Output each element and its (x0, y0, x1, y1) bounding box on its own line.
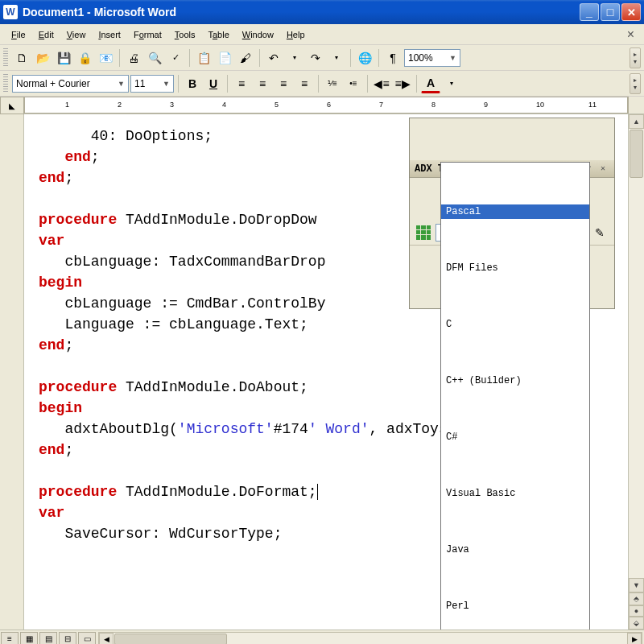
menu-edit[interactable]: Edit (32, 27, 60, 42)
ruler-mark: 2 (118, 101, 122, 109)
style-combo[interactable]: Normal + Courier ▼ (12, 75, 129, 93)
adx-toys-panel: ADX Toys 2 ▼ ✕ Pascal ▼ ✓ ✎ Pascal DFM F… (409, 118, 615, 309)
increase-indent-icon[interactable]: ≡▶ (393, 74, 412, 93)
zoom-combo[interactable]: 100% ▼ (404, 49, 460, 67)
close-button[interactable]: ✕ (621, 3, 641, 21)
new-doc-icon[interactable]: 🗋 (12, 48, 31, 68)
outline-view-icon[interactable]: ⊟ (59, 632, 76, 645)
menu-table[interactable]: Table (201, 27, 235, 42)
redo-dropdown[interactable]: ▾ (327, 48, 346, 68)
adx-option-cpp[interactable]: C++ (Builder) (441, 374, 589, 388)
scroll-track[interactable] (629, 129, 644, 578)
selection-margin[interactable] (0, 114, 24, 630)
print-icon[interactable]: 🖨 (124, 48, 143, 68)
chevron-down-icon: ▼ (446, 54, 456, 62)
horizontal-scrollbar[interactable]: ◀ ▶ (98, 632, 642, 645)
maximize-button[interactable]: □ (601, 3, 620, 21)
paste-icon[interactable]: 📄 (215, 48, 234, 68)
spelling-icon[interactable]: ✓ (166, 48, 185, 68)
toolbar-overflow-icon[interactable]: ▸▾ (630, 47, 641, 68)
window-title: Document1 - Microsoft Word (23, 6, 580, 19)
print-preview-icon[interactable]: 🔍 (145, 48, 164, 68)
separator (178, 75, 179, 93)
adx-option-csharp[interactable]: C# (441, 430, 589, 444)
menu-tools[interactable]: Tools (168, 27, 202, 42)
font-color-icon[interactable]: A (421, 74, 440, 93)
paragraph-marks-icon[interactable]: ¶ (383, 48, 402, 68)
titlebar[interactable]: W Document1 - Microsoft Word _ □ ✕ (0, 0, 644, 24)
scroll-thumb[interactable] (114, 634, 227, 645)
menu-format[interactable]: Format (127, 27, 168, 42)
justify-icon[interactable]: ≡ (295, 74, 314, 93)
menu-file[interactable]: File (5, 27, 32, 42)
adx-option-perl[interactable]: Perl (441, 599, 589, 613)
save-icon[interactable]: 💾 (54, 48, 73, 68)
scroll-thumb[interactable] (630, 130, 643, 178)
adx-option-dfm[interactable]: DFM Files (441, 261, 589, 275)
bold-button[interactable]: B (183, 74, 202, 93)
menu-window[interactable]: Window (236, 27, 280, 42)
adx-grid-icon[interactable] (415, 224, 432, 242)
ruler-row: ◣ 1 2 3 4 5 6 7 8 9 10 11 (0, 97, 644, 114)
menu-insert[interactable]: Insert (92, 27, 127, 42)
separator (189, 49, 190, 67)
align-center-icon[interactable]: ≡ (253, 74, 272, 93)
undo-dropdown[interactable]: ▾ (285, 48, 304, 68)
chevron-down-icon: ▼ (114, 80, 125, 88)
style-value: Normal + Courier (16, 78, 90, 89)
split-handle[interactable] (628, 97, 644, 114)
ruler-mark: 1 (65, 101, 69, 109)
email-icon[interactable]: 📧 (96, 48, 115, 68)
toolbar-grip[interactable] (3, 74, 8, 93)
adx-option-java[interactable]: Java (441, 543, 589, 557)
tab-selector[interactable]: ◣ (0, 97, 24, 114)
separator (259, 49, 260, 67)
font-color-dropdown[interactable]: ▾ (442, 74, 461, 93)
vertical-scrollbar[interactable]: ▲ ▼ ⬘ ● ⬙ (628, 114, 644, 630)
hyperlink-icon[interactable]: 🌐 (355, 48, 374, 68)
horizontal-ruler[interactable]: 1 2 3 4 5 6 7 8 9 10 11 (24, 97, 628, 114)
normal-view-icon[interactable]: ≡ (1, 632, 19, 645)
permission-icon[interactable]: 🔒 (75, 48, 94, 68)
align-left-icon[interactable]: ≡ (232, 74, 251, 93)
menu-help[interactable]: Help (280, 27, 312, 42)
numbered-list-icon[interactable]: ⅟≡ (323, 74, 342, 93)
format-painter-icon[interactable]: 🖌 (236, 48, 255, 68)
copy-icon[interactable]: 📋 (194, 48, 213, 68)
toolbar-overflow-icon[interactable]: ▸▾ (630, 73, 641, 94)
ruler-mark: 8 (431, 101, 436, 109)
scroll-left-icon[interactable]: ◀ (99, 633, 114, 645)
menu-view[interactable]: View (60, 27, 93, 42)
print-view-icon[interactable]: ▤ (39, 632, 57, 645)
redo-icon[interactable]: ↷ (306, 48, 325, 68)
web-view-icon[interactable]: ▦ (20, 632, 38, 645)
bulleted-list-icon[interactable]: •≡ (344, 74, 363, 93)
adx-option-vb[interactable]: Visual Basic (441, 486, 589, 501)
ruler-mark: 7 (379, 101, 383, 109)
reading-view-icon[interactable]: ▭ (78, 632, 96, 645)
decrease-indent-icon[interactable]: ◀≡ (372, 74, 391, 93)
browse-prev-icon[interactable]: ⬘ (629, 592, 644, 605)
adx-option-c[interactable]: C (441, 317, 589, 332)
align-right-icon[interactable]: ≡ (274, 74, 293, 93)
browse-object-icon[interactable]: ● (629, 605, 644, 617)
scroll-up-icon[interactable]: ▲ (629, 114, 644, 129)
scroll-right-icon[interactable]: ▶ (627, 633, 642, 645)
underline-button[interactable]: U (204, 74, 223, 93)
adx-option-pascal[interactable]: Pascal (441, 204, 589, 219)
adx-wand-icon[interactable]: ✎ (590, 223, 609, 242)
document-content[interactable]: 40: DoOptions; end; end; procedure TAddI… (24, 114, 628, 630)
ruler-mark: 5 (275, 101, 279, 109)
toolbar-grip[interactable] (3, 48, 8, 68)
scroll-track[interactable] (228, 633, 627, 645)
open-icon[interactable]: 📂 (33, 48, 52, 68)
scroll-down-icon[interactable]: ▼ (629, 578, 644, 592)
minimize-button[interactable]: _ (580, 3, 599, 21)
chevron-down-icon: ▼ (159, 80, 170, 88)
adx-close-icon[interactable]: ✕ (597, 163, 609, 175)
menu-doc-close-icon[interactable]: × (622, 27, 639, 42)
undo-icon[interactable]: ↶ (264, 48, 283, 68)
font-size-combo[interactable]: 11 ▼ (130, 75, 174, 93)
ruler-mark: 11 (588, 101, 597, 109)
browse-next-icon[interactable]: ⬙ (629, 617, 644, 630)
